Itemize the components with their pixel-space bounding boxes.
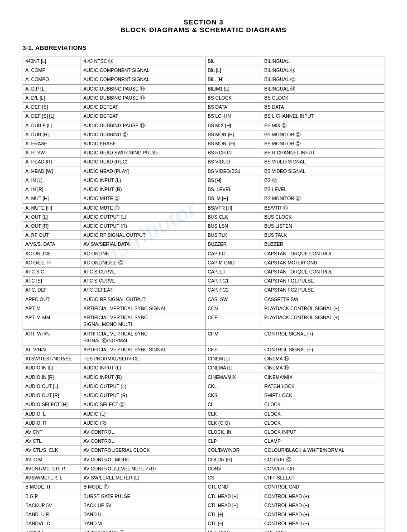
def-left: ARTIFICIAL VERTICAL SYNC SIGNAL Ⓒ/NORMAL: [81, 329, 205, 345]
def-right: CAPSTAN TORQUE CONTROL: [262, 268, 384, 277]
table-row: AT. V/H/NARTIFICIAL VERTICAL SYNC SIGNAL…: [23, 345, 384, 355]
def-right: BILINGUAL Ⓗ: [262, 84, 384, 93]
abbrev-left: ART. V/H/N: [23, 329, 81, 345]
abbrev-right: BS RCH IN: [205, 149, 262, 158]
table-row: AFC. DEFAFC DEFEATCAP. FG2CAPSTAN FG2 PU…: [23, 286, 384, 295]
abbrev-right: BUZZER: [205, 240, 262, 249]
abbrev-right: CINEM [L]: [205, 355, 262, 364]
table-row: A. D/L [L]AUDIO DUBBING PAUSE ⒽBS CLOCKB…: [23, 93, 384, 102]
abbrev-right: CINEMA/MIX: [205, 373, 262, 382]
abbrev-right: BUS TLK: [205, 231, 262, 240]
page-header: SECTION 3 BLOCK DIAGRAMS & SCHEMATIC DIA…: [23, 18, 384, 34]
def-right: BS L CHANNEL INPUT: [262, 112, 384, 121]
def-right: CAPSTAN MOTOR GND: [262, 258, 384, 267]
table-row: A. COMPOAUDIO COMPONENT SIGNALBIL. [H]BI…: [23, 75, 384, 84]
def-left: AUDIO OUTPUT (R): [81, 391, 205, 400]
abbrev-right: BS CLOCK: [205, 93, 262, 102]
def-left: AUDIO MUTE Ⓒ: [81, 203, 205, 212]
table-row: A. DUB [H]AUDIO DUBBING ⒸBS MON [H]BS MO…: [23, 130, 384, 139]
def-left: AUDIO (R): [81, 418, 205, 427]
def-left: AUDIO RF SIGNAL OUTPUT: [81, 231, 205, 240]
def-right: BUS LISTEN: [262, 221, 384, 230]
abbrev-right: CAP. FG2: [205, 286, 262, 295]
section-title-line1: SECTION 3: [23, 18, 384, 26]
def-right: BS MONITOR Ⓒ: [262, 139, 384, 148]
page-wrapper: Distributor SECTION 3 BLOCK DIAGRAMS & S…: [23, 18, 384, 532]
table-row: A. DUB P [L]AUDIO DUBBING PAUSE ⒽBS MIX …: [23, 121, 384, 130]
abbrev-right: CCP: [205, 313, 262, 329]
table-row: AUDIO. LAUDIO (L)CLKCLOCK: [23, 409, 384, 418]
abbrev-right: CTL HEAD [+]: [205, 492, 262, 501]
def-right: CONTROL SIGNAL (+): [262, 329, 384, 345]
abbrev-left: A. MUT [H]: [23, 194, 81, 203]
abbrev-right: BS. M [H]: [205, 194, 262, 203]
def-right: BS MONITOR Ⓒ: [262, 130, 384, 139]
table-row: AV CTL/S. CLKAV CONTROL/SERIAL CLOCKCOL/…: [23, 446, 384, 455]
def-right: CLAMP: [262, 437, 384, 446]
def-left: AFC S CURVE: [81, 268, 205, 277]
abbrev-right: CHP: [205, 345, 262, 355]
table-row: B.G.PBURST GATE PULSECTL HEAD [+]CONTROL…: [23, 492, 384, 501]
abbrev-left: ARFC OUT: [23, 295, 81, 304]
table-row: A. RF OUTAUDIO RF SIGNAL OUTPUTBUS TLKBU…: [23, 231, 384, 240]
def-right: BUS CLOCK: [262, 212, 384, 221]
abbrev-left: A. D/L [L]: [23, 93, 81, 102]
abbrev-right: CLOCK. IN: [205, 427, 262, 436]
def-left: AUDIO DUBBING PAUSE Ⓗ: [81, 84, 205, 93]
def-left: AV CONTROL: [81, 427, 205, 436]
table-row: A. IN [L]AUDIO INPUT (L)BS [H]BS Ⓒ: [23, 176, 384, 185]
def-right: CAPSTAN TORQUE CONTROL: [262, 249, 384, 258]
abbrev-left: AV. C.M.: [23, 455, 81, 464]
table-row: AV CNTAV CONTROLCLOCK. INCLOCK INPUT: [23, 427, 384, 436]
def-left: AUDIO COMPONENT SIGNAL: [81, 66, 205, 75]
def-right: BS R CHANNEL INPUT: [262, 149, 384, 158]
def-right: BILINGUAL Ⓒ: [262, 75, 384, 84]
abbrev-right: CAP EC: [205, 249, 262, 258]
def-right: BS CLOCK: [262, 93, 384, 102]
abbrev-right: BIL [L]: [205, 66, 262, 75]
def-right: CINEMA Ⓗ: [262, 364, 384, 373]
table-row: BANDVL. DBAND VLCTL [−]CONTROL HEAD (−): [23, 519, 384, 528]
def-right: BS DATA: [262, 103, 384, 112]
abbrev-left: 443NT [L]: [23, 57, 81, 66]
abbrev-left: AFC. DEF: [23, 286, 81, 295]
def-left: AUDIO DEFEAT: [81, 103, 205, 112]
table-row: A. OUT [L]AUDIO OUTPUT (L)BUS CLKBUS CLO…: [23, 212, 384, 221]
def-right: BS VIDEO SIGNAL: [262, 167, 384, 176]
abbrev-right: CTL GND: [205, 483, 262, 492]
def-left: AV SW/SERIAL DATA: [81, 240, 205, 249]
def-left: AUDIO INPUT (L): [81, 176, 205, 185]
table-row: AV CTLAV CONTROLCLPCLAMP: [23, 437, 384, 446]
abbrev-right: CTL [+]: [205, 510, 262, 519]
def-right: CINEMA/MIX: [262, 373, 384, 382]
table-row: 443NT [L]4.43 NTSC ⒽBILBILINGUAL: [23, 57, 384, 66]
def-left: AUDIO HEAD SWITCHING PULSE: [81, 149, 205, 158]
table-row: ART. VARTIFICIAL VERTICAL SYNC SIGNALCCN…: [23, 304, 384, 313]
def-left: AUDIO DUBBING PAUSE Ⓗ: [81, 93, 205, 102]
def-right: CONTROL HEAD (+): [262, 510, 384, 519]
abbrev-right: CAS. SW: [205, 295, 262, 304]
abbrev-left: AT. V/H/N: [23, 345, 81, 355]
table-row: AUDIO SELECT [H]AUDIO SELECT ⒸCLCLOCK: [23, 400, 384, 409]
table-row: A/VS/S. DATAAV SW/SERIAL DATABUZZERBUZZE…: [23, 240, 384, 249]
table-row: A. COMPAUDIO COMPONENT SIGNALBIL [L]BILI…: [23, 66, 384, 75]
def-right: BUZZER: [262, 240, 384, 249]
abbrev-left: A. DEF [S] [L]: [23, 112, 81, 121]
def-right: CUE BIAS: [262, 528, 384, 532]
abbrev-left: BAND. U.E.: [23, 510, 81, 519]
table-row: AUDIO OUT [L]AUDIO OUTPUT (L)CKLRATCH LO…: [23, 382, 384, 391]
def-right: RATCH LOCK: [262, 382, 384, 391]
abbrev-right: BS MONI [H]: [205, 139, 262, 148]
def-right: BS MIX Ⓒ: [262, 121, 384, 130]
def-left: ARTIFICIAL VERTICAL SYNC SIGNAL: [81, 304, 205, 313]
section-label: 3-1. ABBREVIATIONS: [23, 44, 384, 51]
def-left: BACK UP 5V: [81, 501, 205, 510]
def-left: AUDIO RF SIGNAL OUTPUT: [81, 295, 205, 304]
abbrev-left: A. IN [L]: [23, 176, 81, 185]
abbrev-right: CLK (C.G): [205, 418, 262, 427]
abbrev-left: BANDVL. D: [23, 519, 81, 528]
abbrev-right: CKS: [205, 391, 262, 400]
table-row: A. IN [R]AUDIO INPUT (R)BS. LEVELBS LEVE…: [23, 185, 384, 194]
abbrev-left: A. D.P [L]: [23, 84, 81, 93]
abbrev-right: BIL/M1 [L]: [205, 84, 262, 93]
